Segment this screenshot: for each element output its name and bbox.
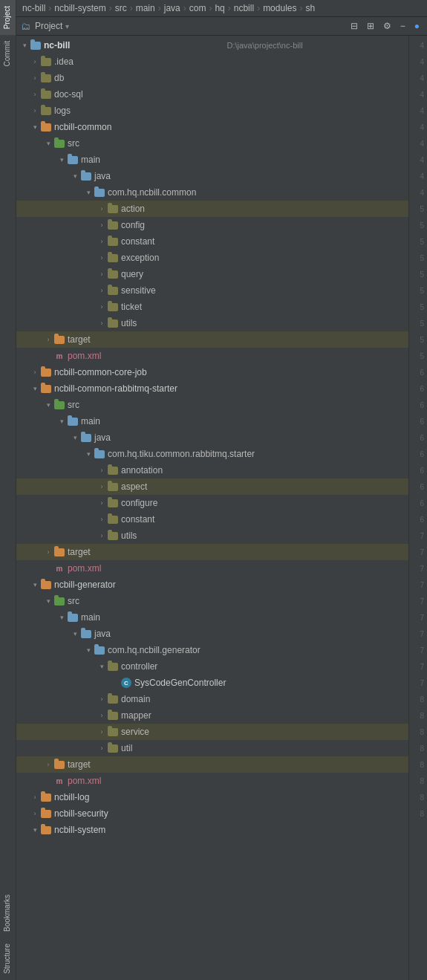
- list-item[interactable]: ncbill-common-core-job: [16, 364, 408, 380]
- expand-all-button[interactable]: ⊞: [364, 19, 377, 33]
- annotation-arrow[interactable]: [97, 465, 107, 476]
- project-dropdown[interactable]: Project ▾: [32, 19, 72, 33]
- list-item[interactable]: java: [16, 429, 408, 446]
- list-item[interactable]: com.hq.ncbill.generator: [16, 642, 408, 658]
- list-item[interactable]: ncbill-common: [16, 119, 408, 135]
- ncbill-log-arrow[interactable]: [30, 792, 40, 802]
- sidebar-item-project[interactable]: Project: [0, 0, 16, 35]
- breadcrumb-ncbill[interactable]: ncbill: [234, 3, 254, 13]
- list-item[interactable]: target: [16, 756, 408, 773]
- main3-arrow[interactable]: [56, 612, 67, 623]
- sensitive-arrow[interactable]: [97, 285, 107, 296]
- list-item[interactable]: ncbill-common-rabbitmq-starter: [16, 380, 408, 397]
- logs-arrow[interactable]: [30, 106, 40, 116]
- constant1-arrow[interactable]: [97, 236, 107, 247]
- rabbitmq-arrow[interactable]: [30, 383, 40, 394]
- sidebar-item-structure[interactable]: Structure: [0, 938, 16, 980]
- list-item[interactable]: m pom.xml: [16, 773, 408, 789]
- list-item[interactable]: action: [16, 201, 408, 217]
- list-item[interactable]: controller: [16, 658, 408, 675]
- list-item[interactable]: target: [16, 331, 408, 348]
- exception-arrow[interactable]: [97, 253, 107, 263]
- utils1-arrow[interactable]: [97, 318, 107, 328]
- list-item[interactable]: domain: [16, 691, 408, 707]
- list-item[interactable]: com.hq.ncbill.common: [16, 184, 408, 201]
- db-arrow[interactable]: [30, 73, 40, 83]
- more-options-button[interactable]: ●: [411, 19, 423, 33]
- src2-arrow[interactable]: [43, 400, 53, 410]
- list-item[interactable]: doc-sql: [16, 86, 408, 103]
- list-item[interactable]: ncbill-security: [16, 805, 408, 822]
- list-item[interactable]: constant: [16, 511, 408, 528]
- controller-arrow[interactable]: [97, 661, 107, 672]
- mapper-arrow[interactable]: [97, 710, 107, 721]
- list-item[interactable]: logs: [16, 103, 408, 119]
- list-item[interactable]: mapper: [16, 707, 408, 724]
- src1-arrow[interactable]: [43, 138, 53, 149]
- target1-arrow[interactable]: [43, 334, 53, 345]
- ncbill-security-arrow[interactable]: [30, 808, 40, 819]
- breadcrumb-src[interactable]: src: [115, 3, 127, 13]
- breadcrumb-nc-bill[interactable]: nc-bill: [22, 3, 45, 13]
- domain-arrow[interactable]: [97, 694, 107, 704]
- list-item[interactable]: .idea: [16, 53, 408, 70]
- utils2-arrow[interactable]: [97, 530, 107, 541]
- list-item[interactable]: sensitive: [16, 282, 408, 299]
- list-item[interactable]: service: [16, 724, 408, 740]
- java1-arrow[interactable]: [70, 171, 80, 181]
- list-item[interactable]: m pom.xml: [16, 560, 408, 577]
- list-item[interactable]: target: [16, 544, 408, 560]
- list-item[interactable]: ncbill-system: [16, 822, 408, 838]
- breadcrumb-sh[interactable]: sh: [305, 3, 315, 13]
- config-arrow[interactable]: [97, 220, 107, 230]
- src3-arrow[interactable]: [43, 596, 53, 606]
- idea-arrow[interactable]: [30, 56, 40, 67]
- breadcrumb-modules[interactable]: modules: [263, 3, 296, 13]
- util-arrow[interactable]: [97, 743, 107, 753]
- list-item[interactable]: main: [16, 609, 408, 626]
- constant2-arrow[interactable]: [97, 514, 107, 525]
- generator-arrow[interactable]: [30, 580, 40, 590]
- target3-arrow[interactable]: [43, 759, 53, 770]
- list-item[interactable]: util: [16, 740, 408, 756]
- list-item[interactable]: utils: [16, 528, 408, 544]
- breadcrumb-main[interactable]: main: [136, 3, 155, 13]
- root-expand-arrow[interactable]: [19, 40, 30, 51]
- action-arrow[interactable]: [97, 204, 107, 214]
- com-tiku-arrow[interactable]: [83, 449, 94, 459]
- main2-arrow[interactable]: [56, 416, 67, 426]
- list-item[interactable]: ncbill-log: [16, 789, 408, 805]
- target2-arrow[interactable]: [43, 547, 53, 557]
- list-item[interactable]: C SysCodeGenController: [16, 675, 408, 691]
- list-item[interactable]: exception: [16, 250, 408, 266]
- breadcrumb-hq[interactable]: hq: [215, 3, 224, 13]
- list-item[interactable]: main: [16, 413, 408, 429]
- list-item[interactable]: query: [16, 266, 408, 282]
- breadcrumb-java[interactable]: java: [164, 3, 180, 13]
- list-item[interactable]: java: [16, 626, 408, 642]
- java3-arrow[interactable]: [70, 629, 80, 639]
- list-item[interactable]: config: [16, 217, 408, 233]
- java2-arrow[interactable]: [70, 432, 80, 443]
- ncbill-common-arrow[interactable]: [30, 122, 40, 132]
- settings-button[interactable]: ⚙: [380, 19, 394, 33]
- configure-arrow[interactable]: [97, 498, 107, 508]
- aspect-arrow[interactable]: [97, 481, 107, 492]
- list-item[interactable]: ticket: [16, 299, 408, 315]
- com-hq-common-arrow[interactable]: [83, 187, 94, 198]
- list-item[interactable]: constant: [16, 233, 408, 250]
- file-tree[interactable]: nc-bill D:\java\project\nc-bill .idea db: [16, 36, 408, 980]
- ticket-arrow[interactable]: [97, 302, 107, 312]
- sidebar-item-bookmarks[interactable]: Bookmarks: [0, 889, 16, 938]
- list-item[interactable]: aspect: [16, 478, 408, 495]
- com-generator-arrow[interactable]: [83, 645, 94, 655]
- service-arrow[interactable]: [97, 727, 107, 737]
- query-arrow[interactable]: [97, 269, 107, 279]
- list-item[interactable]: annotation: [16, 462, 408, 478]
- list-item[interactable]: m pom.xml: [16, 348, 408, 364]
- list-item[interactable]: src: [16, 397, 408, 413]
- list-item[interactable]: java: [16, 168, 408, 184]
- ncbill-system-arrow[interactable]: [30, 825, 40, 835]
- collapse-all-button[interactable]: ⊟: [348, 19, 361, 33]
- list-item[interactable]: configure: [16, 495, 408, 511]
